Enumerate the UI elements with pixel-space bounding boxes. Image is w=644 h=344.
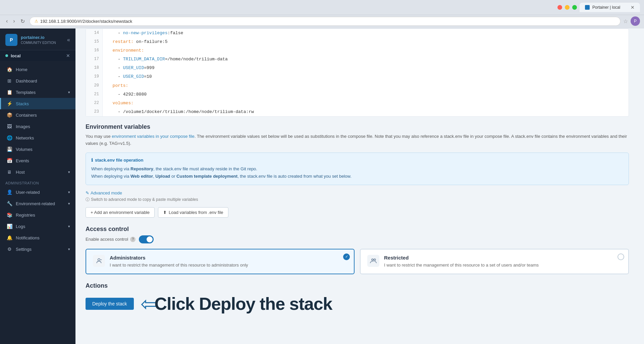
restricted-card-radio <box>618 253 624 260</box>
svg-point-3 <box>374 259 376 261</box>
main-content: 14 - no-new-privileges:false15 restart: … <box>75 28 644 344</box>
admin-access-card[interactable]: ✓ Administrators I want to restrict the … <box>86 249 355 275</box>
sidebar-item-home[interactable]: 🏠 Home <box>0 64 75 75</box>
click-annotation-text: Click Deploy the stack <box>155 294 332 314</box>
admin-card-desc: I want to restrict the management of thi… <box>110 262 248 269</box>
templates-icon: 📋 <box>6 90 12 95</box>
sidebar-item-environment-related[interactable]: 🔧 Environment-related ▾ <box>0 198 75 209</box>
forward-btn[interactable]: › <box>11 17 17 25</box>
actions-title: Actions <box>86 282 629 289</box>
code-line: 16 environment: <box>86 46 629 55</box>
code-line: 20 ports: <box>86 81 629 90</box>
sidebar-item-settings[interactable]: ⚙ Settings ▾ <box>0 243 75 255</box>
templates-chevron-icon: ▾ <box>68 90 70 95</box>
line-code: - USER_GID=10 <box>103 72 629 81</box>
env-vars-btn-row: + Add an environment variable ⬆ Load var… <box>86 207 629 218</box>
code-line: 18 - USER_UID=999 <box>86 64 629 72</box>
sidebar-item-stacks[interactable]: ⚡ Stacks <box>0 98 75 109</box>
enable-access-toggle-row: Enable access control ? <box>86 235 629 243</box>
sidebar-item-containers[interactable]: 📦 Containers <box>0 109 75 121</box>
line-code: - /volume1/docker/trilium:/home/node/tri… <box>103 108 629 116</box>
code-line: 21 - 4292:8080 <box>86 90 629 99</box>
environment-related-chevron-icon: ▾ <box>68 202 70 206</box>
code-line: 14 - no-new-privileges:false <box>86 29 629 38</box>
logs-icon: 📊 <box>6 224 12 229</box>
volumes-icon: 💾 <box>6 147 12 152</box>
line-code: restart: on-failure:5 <box>103 38 629 46</box>
sidebar-item-networks[interactable]: 🌐 Networks <box>0 132 75 144</box>
environment-related-icon: 🔧 <box>6 201 12 206</box>
stacks-icon: ⚡ <box>6 101 12 106</box>
svg-point-0 <box>98 259 100 261</box>
back-btn[interactable]: ‹ <box>4 17 10 25</box>
notifications-icon: 🔔 <box>6 235 12 240</box>
env-name: local <box>11 53 63 58</box>
admin-card-check-icon: ✓ <box>343 253 350 260</box>
line-code: - USER_UID=999 <box>103 64 629 72</box>
restricted-access-card[interactable]: Restricted I want to restrict the manage… <box>360 249 629 275</box>
home-icon: 🏠 <box>6 67 12 72</box>
line-number: 21 <box>86 90 103 99</box>
profile-avatar[interactable]: P <box>631 16 640 26</box>
line-number: 20 <box>86 81 103 90</box>
address-bar[interactable]: ⚠ 192.168.1.18:9000/#!/2/docker/stacks/n… <box>30 17 621 26</box>
restricted-card-icon <box>367 255 379 267</box>
line-code: volumes: <box>103 99 629 108</box>
env-vars-link[interactable]: environment variables in your compose fi… <box>112 134 194 139</box>
deploy-stack-btn[interactable]: Deploy the stack <box>86 298 134 310</box>
actions-row: Deploy the stack ⇦ Click Deploy the stac… <box>86 292 629 316</box>
tab-close-btn[interactable]: ✕ <box>631 5 635 10</box>
sidebar-item-events[interactable]: 📅 Events <box>0 155 75 166</box>
line-number: 17 <box>86 55 103 64</box>
env-status-dot <box>5 54 8 57</box>
env-vars-section: Environment variables You may use enviro… <box>86 123 629 218</box>
settings-icon: ⚙ <box>6 246 12 252</box>
load-env-file-btn[interactable]: ⬆ Load variables from .env file <box>158 207 228 218</box>
logo-text: portainer.io COMMUNITY EDITION <box>21 35 56 45</box>
add-env-var-btn[interactable]: + Add an environment variable <box>86 207 155 218</box>
code-line: 19 - USER_GID=10 <box>86 72 629 81</box>
sidebar-item-host[interactable]: 🖥 Host ▾ <box>0 166 75 178</box>
sidebar-item-templates[interactable]: 📋 Templates ▾ <box>0 87 75 98</box>
line-code: - TRILIUM_DATA_DIR=/home/node/trilium-da… <box>103 55 629 64</box>
sidebar-item-registries[interactable]: 📚 Registries <box>0 209 75 221</box>
dashboard-icon: ⊞ <box>6 78 12 83</box>
sidebar-item-volumes[interactable]: 💾 Volumes <box>0 144 75 155</box>
window-close-btn[interactable] <box>557 5 562 10</box>
line-number: 16 <box>86 46 103 55</box>
user-related-icon: 👤 <box>6 189 12 195</box>
registries-icon: 📚 <box>6 212 12 218</box>
access-cards-container: ✓ Administrators I want to restrict the … <box>86 249 629 275</box>
url-text: 192.168.1.18:9000/#!/2/docker/stacks/new… <box>40 19 132 24</box>
upload-icon: ⬆ <box>163 210 167 215</box>
info-box-title: ℹ stack.env file operation <box>91 158 623 163</box>
sidebar-item-logs[interactable]: 📊 Logs ▾ <box>0 221 75 232</box>
env-close-btn[interactable]: ✕ <box>66 53 70 58</box>
line-code: - no-new-privileges:false <box>103 29 629 38</box>
code-line: 23 - /volume1/docker/trilium:/home/node/… <box>86 108 629 116</box>
window-max-btn[interactable] <box>572 5 577 10</box>
advanced-mode-row: ✎ Advanced mode <box>86 190 629 195</box>
refresh-btn[interactable]: ↻ <box>18 17 27 25</box>
sidebar-item-images[interactable]: 🖼 Images <box>0 121 75 132</box>
bookmark-btn[interactable]: ☆ <box>623 18 628 24</box>
settings-chevron-icon: ▾ <box>68 247 70 251</box>
window-min-btn[interactable] <box>565 5 570 10</box>
env-vars-title: Environment variables <box>86 123 629 130</box>
enable-access-toggle[interactable] <box>139 235 154 243</box>
sidebar-collapse-btn[interactable]: « <box>67 37 70 43</box>
sidebar-item-dashboard[interactable]: ⊞ Dashboard <box>0 75 75 87</box>
toggle-label: Enable access control ? <box>86 237 136 242</box>
user-related-chevron-icon: ▾ <box>68 190 70 194</box>
sidebar-item-user-related[interactable]: 👤 User-related ▾ <box>0 186 75 198</box>
tab-favicon <box>585 5 590 10</box>
admin-card-body: Administrators I want to restrict the ma… <box>110 255 248 269</box>
logs-chevron-icon: ▾ <box>68 224 70 229</box>
line-code: ports: <box>103 81 629 90</box>
advanced-mode-link[interactable]: ✎ Advanced mode <box>86 190 122 195</box>
sidebar-item-notifications[interactable]: 🔔 Notifications <box>0 232 75 243</box>
actions-section: Actions Deploy the stack ⇦ Click Deploy … <box>86 282 629 316</box>
line-code: environment: <box>103 46 629 55</box>
browser-tab[interactable]: Portainer | local ✕ <box>580 3 640 12</box>
svg-point-2 <box>372 259 373 261</box>
